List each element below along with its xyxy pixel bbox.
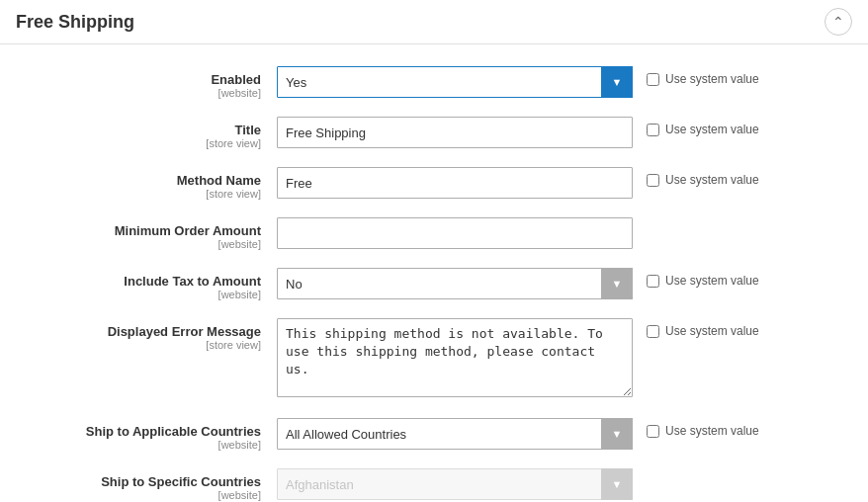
textarea-displayed_error_message[interactable] — [277, 318, 633, 397]
input-title[interactable] — [277, 117, 633, 148]
form-row-minimum_order_amount: Minimum Order Amount[website] — [0, 211, 868, 256]
form-row-include_tax: Include Tax to Amount[website]NoYes▼Use … — [0, 262, 868, 306]
form-row-enabled: Enabled[website]YesNo▼Use system value — [0, 60, 868, 105]
field-cell-title — [277, 117, 633, 148]
field-cell-ship_to_applicable: All Allowed CountriesSpecific Countries▼ — [277, 418, 633, 450]
system-label-displayed_error_message[interactable]: Use system value — [665, 324, 759, 338]
select-ship_to_applicable[interactable]: All Allowed CountriesSpecific Countries — [277, 418, 633, 450]
select-enabled[interactable]: YesNo — [277, 66, 633, 98]
label-sub-ship_to_applicable: [website] — [0, 439, 261, 451]
input-minimum_order_amount[interactable] — [277, 217, 633, 249]
label-sub-ship_to_specific: [website] — [0, 489, 261, 501]
label-cell-method_name: Method Name[store view] — [0, 167, 277, 200]
system-checkbox-title[interactable] — [647, 124, 659, 136]
page-header: Free Shipping ⌃ — [0, 0, 868, 44]
label-cell-include_tax: Include Tax to Amount[website] — [0, 268, 277, 300]
system-cell-title: Use system value — [633, 117, 759, 136]
label-sub-include_tax: [website] — [0, 289, 261, 300]
label-ship_to_specific: Ship to Specific Countries — [0, 474, 261, 489]
form-row-ship_to_specific: Ship to Specific Countries[website]Afgha… — [0, 462, 868, 502]
label-include_tax: Include Tax to Amount — [0, 274, 261, 289]
label-minimum_order_amount: Minimum Order Amount — [0, 223, 261, 238]
system-checkbox-ship_to_applicable[interactable] — [647, 425, 659, 438]
select-wrapper-include_tax: NoYes▼ — [277, 268, 633, 299]
label-cell-ship_to_applicable: Ship to Applicable Countries[website] — [0, 418, 277, 451]
form-row-displayed_error_message: Displayed Error Message[store view]Use s… — [0, 312, 868, 406]
system-label-include_tax[interactable]: Use system value — [665, 274, 759, 288]
label-sub-enabled: [website] — [0, 87, 261, 99]
field-cell-include_tax: NoYes▼ — [277, 268, 633, 299]
system-checkbox-include_tax[interactable] — [647, 275, 659, 288]
select-wrapper-ship_to_applicable: All Allowed CountriesSpecific Countries▼ — [277, 418, 633, 450]
label-enabled: Enabled — [0, 72, 261, 87]
label-ship_to_applicable: Ship to Applicable Countries — [0, 424, 261, 439]
system-cell-include_tax: Use system value — [633, 268, 759, 288]
label-sub-method_name: [store view] — [0, 188, 261, 200]
label-cell-title: Title[store view] — [0, 117, 277, 149]
system-checkbox-enabled[interactable] — [647, 73, 659, 86]
system-cell-method_name: Use system value — [633, 167, 759, 187]
select-ship_to_specific[interactable]: Afghanistan — [277, 468, 633, 500]
form-row-method_name: Method Name[store view]Use system value — [0, 161, 868, 206]
form-row-ship_to_applicable: Ship to Applicable Countries[website]All… — [0, 412, 868, 457]
field-cell-method_name — [277, 167, 633, 199]
label-cell-enabled: Enabled[website] — [0, 66, 277, 99]
field-cell-ship_to_specific: Afghanistan▼ — [277, 468, 633, 500]
system-label-ship_to_applicable[interactable]: Use system value — [665, 424, 759, 438]
label-sub-title: [store view] — [0, 137, 261, 149]
system-cell-enabled: Use system value — [633, 66, 759, 86]
system-checkbox-method_name[interactable] — [647, 174, 659, 187]
system-label-enabled[interactable]: Use system value — [665, 72, 759, 86]
system-cell-displayed_error_message: Use system value — [633, 318, 759, 338]
page-title: Free Shipping — [16, 12, 134, 33]
system-cell-ship_to_applicable: Use system value — [633, 418, 759, 438]
select-wrapper-ship_to_specific: Afghanistan▼ — [277, 468, 633, 500]
system-checkbox-displayed_error_message[interactable] — [647, 325, 659, 338]
label-sub-minimum_order_amount: [website] — [0, 238, 261, 250]
form-container: Enabled[website]YesNo▼Use system valueTi… — [0, 44, 868, 502]
label-cell-minimum_order_amount: Minimum Order Amount[website] — [0, 217, 277, 250]
form-row-title: Title[store view]Use system value — [0, 111, 868, 155]
system-label-method_name[interactable]: Use system value — [665, 173, 759, 187]
system-label-title[interactable]: Use system value — [665, 123, 759, 136]
label-cell-displayed_error_message: Displayed Error Message[store view] — [0, 318, 277, 351]
label-title: Title — [0, 123, 261, 137]
label-displayed_error_message: Displayed Error Message — [0, 324, 261, 339]
field-cell-enabled: YesNo▼ — [277, 66, 633, 98]
collapse-button[interactable]: ⌃ — [825, 8, 852, 36]
field-cell-minimum_order_amount — [277, 217, 633, 249]
label-cell-ship_to_specific: Ship to Specific Countries[website] — [0, 468, 277, 501]
field-cell-displayed_error_message — [277, 318, 633, 400]
label-method_name: Method Name — [0, 173, 261, 188]
select-include_tax[interactable]: NoYes — [277, 268, 633, 299]
label-sub-displayed_error_message: [store view] — [0, 339, 261, 351]
input-method_name[interactable] — [277, 167, 633, 199]
select-wrapper-enabled: YesNo▼ — [277, 66, 633, 98]
